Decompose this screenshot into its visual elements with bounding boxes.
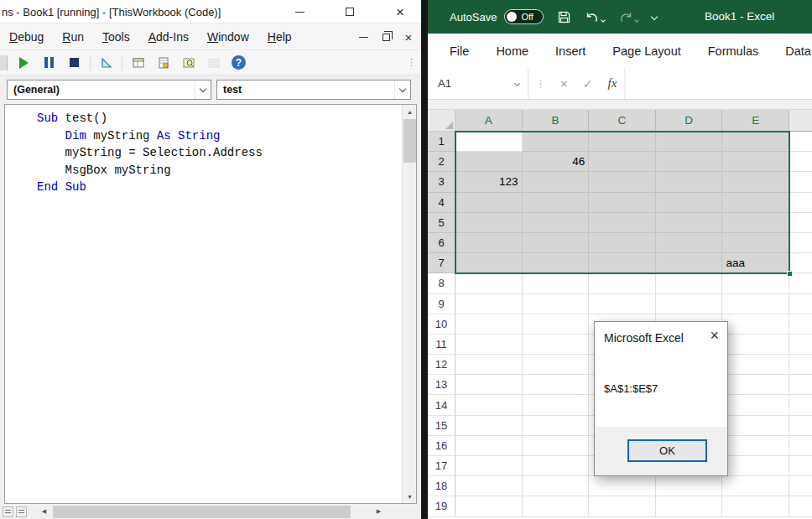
scroll-right-icon[interactable]: ▶ bbox=[372, 505, 386, 518]
cell-partial-2[interactable] bbox=[789, 152, 812, 172]
cell-B15[interactable] bbox=[523, 416, 590, 436]
minimize-icon[interactable] bbox=[287, 0, 312, 23]
procedure-dropdown[interactable]: test bbox=[216, 80, 411, 100]
cell-A8[interactable] bbox=[455, 273, 523, 293]
fill-handle[interactable] bbox=[787, 271, 793, 277]
cell-E14[interactable] bbox=[722, 395, 789, 415]
cell-partial-18[interactable] bbox=[789, 476, 812, 496]
cell-partial-15[interactable] bbox=[789, 416, 812, 436]
cell-partial-16[interactable] bbox=[789, 436, 812, 456]
column-header-C[interactable]: C bbox=[589, 110, 656, 132]
cell-E16[interactable] bbox=[722, 436, 789, 456]
cell-partial-4[interactable] bbox=[789, 193, 812, 213]
cell-A16[interactable] bbox=[455, 436, 523, 456]
cell-E19[interactable] bbox=[722, 496, 789, 516]
cell-A10[interactable] bbox=[455, 314, 523, 335]
column-header-A[interactable]: A bbox=[455, 110, 523, 132]
cell-A18[interactable] bbox=[455, 476, 523, 496]
cell-B9[interactable] bbox=[523, 294, 590, 314]
cell-A14[interactable] bbox=[455, 395, 523, 415]
cell-E11[interactable] bbox=[722, 335, 789, 355]
cell-A2[interactable] bbox=[455, 152, 523, 172]
row-header-13[interactable]: 13 bbox=[428, 375, 455, 395]
cell-partial-11[interactable] bbox=[789, 335, 812, 355]
name-box[interactable]: A1 bbox=[428, 68, 528, 99]
menu-run[interactable]: Run bbox=[53, 23, 93, 50]
redo-icon[interactable] bbox=[618, 10, 638, 23]
cell-B8[interactable] bbox=[523, 273, 590, 293]
cell-B6[interactable] bbox=[523, 233, 590, 253]
cell-B4[interactable] bbox=[523, 193, 590, 213]
cell-partial-7[interactable] bbox=[789, 253, 812, 273]
autosave-toggle[interactable]: Off bbox=[504, 9, 544, 24]
menu-addins[interactable]: Add-Ins bbox=[139, 23, 198, 50]
cell-A3[interactable]: 123 bbox=[455, 172, 523, 192]
cell-C19[interactable] bbox=[589, 496, 656, 516]
cell-E7[interactable]: aaa bbox=[722, 253, 789, 273]
procedure-view-button[interactable] bbox=[3, 506, 13, 517]
cell-E8[interactable] bbox=[722, 273, 789, 293]
tab-data[interactable]: Data bbox=[772, 44, 812, 58]
cell-E13[interactable] bbox=[722, 375, 789, 395]
cell-partial-10[interactable] bbox=[789, 314, 812, 335]
insert-function-icon[interactable]: fx bbox=[608, 76, 617, 91]
row-header-10[interactable]: 10 bbox=[428, 314, 455, 335]
cell-partial-13[interactable] bbox=[789, 375, 812, 395]
cell-B5[interactable] bbox=[523, 213, 590, 233]
full-module-view-button[interactable] bbox=[16, 506, 27, 517]
toolbar-options-grip[interactable]: ⋮ bbox=[407, 57, 416, 68]
cell-B19[interactable] bbox=[523, 496, 590, 516]
menu-tools[interactable]: Tools bbox=[93, 23, 139, 50]
row-header-4[interactable]: 4 bbox=[428, 193, 455, 213]
cell-C4[interactable] bbox=[589, 193, 656, 213]
cell-A19[interactable] bbox=[455, 496, 523, 516]
cell-D5[interactable] bbox=[656, 213, 723, 233]
row-header-3[interactable]: 3 bbox=[428, 172, 455, 192]
cell-A13[interactable] bbox=[455, 375, 523, 395]
cell-B11[interactable] bbox=[523, 335, 590, 355]
row-header-16[interactable]: 16 bbox=[428, 436, 455, 456]
row-header-6[interactable]: 6 bbox=[428, 233, 455, 253]
cell-partial-12[interactable] bbox=[789, 355, 812, 375]
child-restore-icon[interactable] bbox=[378, 29, 393, 44]
cell-D1[interactable] bbox=[656, 132, 723, 152]
maximize-icon[interactable] bbox=[337, 0, 362, 23]
run-icon[interactable] bbox=[13, 53, 35, 73]
cell-B1[interactable] bbox=[523, 132, 590, 152]
cell-A15[interactable] bbox=[455, 416, 523, 436]
cell-partial-3[interactable] bbox=[789, 172, 812, 192]
cell-D4[interactable] bbox=[656, 193, 723, 213]
design-mode-icon[interactable] bbox=[95, 53, 117, 73]
vertical-scroll-thumb[interactable] bbox=[403, 119, 416, 163]
column-header-partial[interactable] bbox=[789, 110, 812, 132]
cell-A11[interactable] bbox=[455, 335, 523, 355]
undo-icon[interactable] bbox=[585, 10, 605, 23]
row-header-2[interactable]: 2 bbox=[428, 152, 455, 172]
cell-E10[interactable] bbox=[722, 314, 789, 335]
toolbox-icon[interactable] bbox=[202, 53, 225, 73]
tab-insert[interactable]: Insert bbox=[542, 44, 599, 58]
menu-help[interactable]: Help bbox=[258, 23, 301, 50]
cell-E18[interactable] bbox=[722, 476, 789, 496]
row-header-14[interactable]: 14 bbox=[428, 395, 455, 415]
cell-C7[interactable] bbox=[589, 253, 656, 273]
cell-partial-9[interactable] bbox=[789, 294, 812, 314]
row-header-7[interactable]: 7 bbox=[428, 253, 455, 273]
row-header-11[interactable]: 11 bbox=[428, 335, 455, 355]
child-minimize-icon[interactable] bbox=[356, 29, 371, 44]
save-icon[interactable] bbox=[557, 10, 571, 24]
cell-B13[interactable] bbox=[523, 375, 590, 395]
row-header-1[interactable]: 1 bbox=[428, 132, 455, 152]
horizontal-scroll-track[interactable] bbox=[51, 505, 372, 519]
cell-partial-8[interactable] bbox=[789, 273, 812, 293]
child-close-icon[interactable]: × bbox=[401, 29, 416, 44]
cell-D3[interactable] bbox=[656, 172, 723, 192]
horizontal-scroll-thumb[interactable] bbox=[53, 506, 351, 518]
quick-access-chevron-icon[interactable] bbox=[652, 14, 657, 19]
help-icon[interactable]: ? bbox=[227, 53, 250, 73]
cell-partial-5[interactable] bbox=[789, 213, 812, 233]
close-icon[interactable]: × bbox=[388, 0, 413, 23]
cell-A1[interactable] bbox=[455, 132, 523, 152]
cell-E6[interactable] bbox=[722, 233, 789, 253]
row-header-9[interactable]: 9 bbox=[428, 294, 455, 314]
